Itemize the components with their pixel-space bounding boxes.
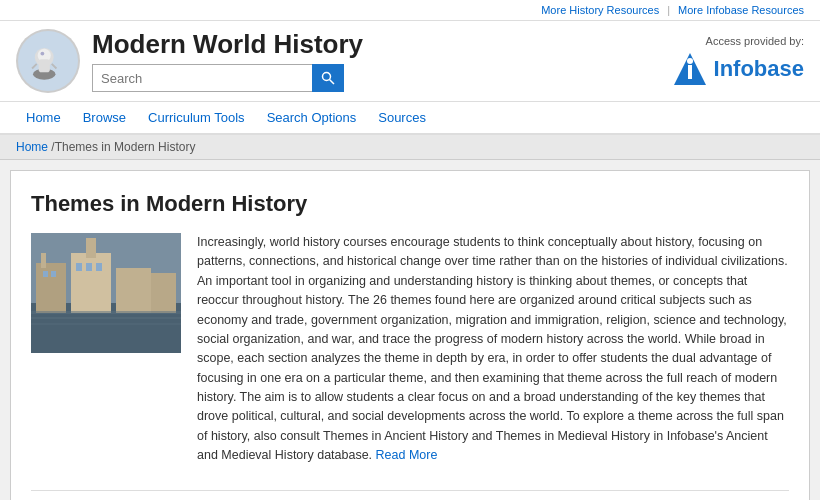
breadcrumb-separator: /	[48, 140, 55, 154]
svg-line-9	[330, 80, 335, 85]
nav-sources[interactable]: Sources	[368, 102, 436, 133]
more-infobase-link[interactable]: More Infobase Resources	[678, 4, 804, 16]
svg-rect-19	[116, 268, 151, 313]
svg-rect-26	[31, 311, 181, 314]
svg-rect-20	[151, 273, 176, 313]
svg-rect-16	[41, 253, 46, 268]
main-nav: Home Browse Curriculum Tools Search Opti…	[0, 102, 820, 135]
svg-point-12	[687, 58, 693, 64]
intro-text: Increasingly, world history courses enco…	[197, 233, 789, 466]
site-title: Modern World History	[92, 30, 363, 59]
nav-browse[interactable]: Browse	[73, 102, 136, 133]
infobase-logo: Infobase	[672, 51, 804, 87]
nav-home[interactable]: Home	[16, 102, 71, 133]
svg-rect-23	[76, 263, 82, 271]
svg-rect-4	[39, 59, 50, 72]
svg-rect-17	[71, 253, 111, 313]
header-right: Access provided by: Infobase	[672, 35, 804, 87]
intro-image	[31, 233, 181, 353]
more-history-link[interactable]: More History Resources	[541, 4, 659, 16]
breadcrumb: Home /Themes in Modern History	[0, 135, 820, 160]
search-icon	[321, 71, 335, 85]
svg-rect-28	[31, 323, 181, 325]
svg-rect-27	[31, 317, 181, 319]
svg-rect-18	[86, 238, 96, 258]
main-content: Themes in Modern History	[10, 170, 810, 500]
svg-rect-22	[51, 271, 56, 277]
nav-search-options[interactable]: Search Options	[257, 102, 367, 133]
page-title: Themes in Modern History	[31, 191, 789, 217]
search-form	[92, 64, 363, 92]
site-logo	[16, 29, 80, 93]
svg-rect-24	[86, 263, 92, 271]
top-links-bar: More History Resources | More Infobase R…	[0, 0, 820, 21]
access-text: Access provided by:	[706, 35, 804, 47]
header-title-search: Modern World History	[92, 30, 363, 93]
divider: |	[667, 4, 670, 16]
site-header: Modern World History Access provided by:…	[0, 21, 820, 102]
svg-rect-21	[43, 271, 48, 277]
svg-rect-15	[36, 263, 66, 313]
theme-item-art: Art and Architecture Units in This Theme…	[31, 490, 789, 501]
svg-rect-25	[96, 263, 102, 271]
breadcrumb-current: Themes in Modern History	[55, 140, 196, 154]
header-left: Modern World History	[16, 29, 363, 93]
search-button[interactable]	[312, 64, 344, 92]
infobase-triangle-icon	[672, 51, 708, 87]
svg-point-5	[41, 52, 45, 56]
read-more-link[interactable]: Read More	[376, 448, 438, 462]
infobase-name: Infobase	[714, 56, 804, 82]
breadcrumb-home[interactable]: Home	[16, 140, 48, 154]
nav-curriculum-tools[interactable]: Curriculum Tools	[138, 102, 255, 133]
svg-point-8	[323, 73, 331, 81]
svg-rect-11	[688, 65, 692, 79]
intro-section: Increasingly, world history courses enco…	[31, 233, 789, 466]
search-input[interactable]	[92, 64, 312, 92]
